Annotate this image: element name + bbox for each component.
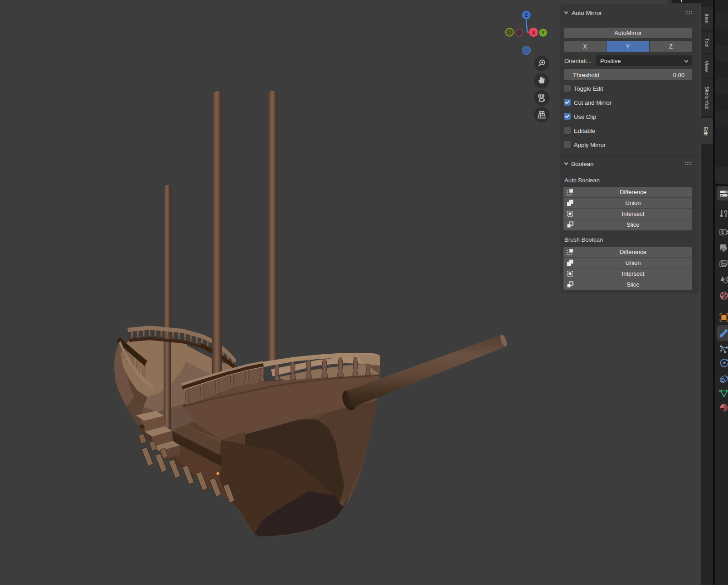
svg-text:Y: Y (541, 30, 545, 35)
svg-text:X: X (532, 30, 535, 35)
svg-text:Z: Z (525, 12, 528, 18)
